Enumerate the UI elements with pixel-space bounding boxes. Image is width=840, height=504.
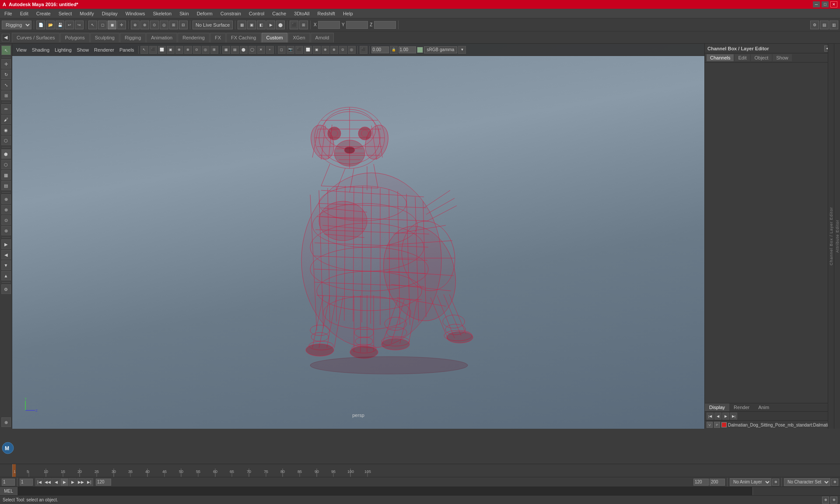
tab-custom[interactable]: Custom [262,33,288,42]
vp-lock-icon[interactable]: 🔒 [390,46,398,54]
pb-anim-icon[interactable]: ⊕ [772,479,779,486]
lt-transform-icon[interactable]: ⊞ [1,91,11,100]
menu-create[interactable]: Create [35,10,52,17]
cb-tab-show[interactable]: Show [773,54,792,61]
move-tool-icon[interactable]: ✛ [117,21,126,29]
x-input[interactable] [318,21,340,29]
vp-value1-input[interactable] [371,46,389,53]
lt-misc-icon-4[interactable]: ⊛ [1,226,11,235]
timeline[interactable]: 1 5 10 15 20 25 30 35 40 [0,464,840,477]
range-start-input[interactable] [20,479,33,486]
lc-prev-btn[interactable]: ◀ [714,413,721,420]
vp-icon-15[interactable]: ◻ [278,46,286,54]
lt-display-icon-1[interactable]: ⬢ [1,149,11,159]
lt-paint-icon[interactable]: ✏ [1,104,11,114]
vp-icon-4[interactable]: ⊕ [175,46,183,54]
lp-tab-anim[interactable]: Anim [754,403,774,411]
snap-icon-6[interactable]: ⊟ [179,21,188,29]
menu-control[interactable]: Control [247,10,266,17]
menu-select[interactable]: Select [57,10,74,17]
select-tool-icon[interactable]: ↖ [88,21,97,29]
menu-windows[interactable]: Windows [124,10,147,17]
vp-icon-22[interactable]: ⊙ [339,46,347,54]
lt-rotate-icon[interactable]: ↻ [1,70,11,79]
mode-dropdown[interactable]: Rigging [2,21,32,29]
cmd-input[interactable] [18,487,752,495]
tab-curves-surfaces[interactable]: Curves / Surfaces [12,33,60,42]
menu-cache[interactable]: Cache [270,10,288,17]
lt-misc-icon-9[interactable]: ⚙ [1,284,11,294]
lt-misc-icon-2[interactable]: ⊗ [1,205,11,214]
vp-icon-12[interactable]: ◯ [248,46,256,54]
vp-value2-input[interactable] [399,46,416,53]
panel-icon[interactable]: ▥ [830,21,838,29]
vp-icon-rotate[interactable]: ⬜ [158,46,166,54]
pb-step-back-btn[interactable]: ◀◀ [44,478,52,486]
redo-icon[interactable]: ↪ [75,21,84,29]
tab-animation[interactable]: Animation [146,33,177,42]
no-live-surface-button[interactable]: No Live Surface [192,21,233,29]
maximize-button[interactable]: □ [822,1,829,7]
lt-scale-icon[interactable]: ⤡ [1,80,11,90]
anim-layer-dropdown[interactable]: No Anim Layer [730,478,771,486]
menu-3dtall[interactable]: 3DtoAll [292,10,311,17]
z-input[interactable] [374,21,396,29]
render-icon-3[interactable]: ◧ [257,21,266,29]
vp-color-down-icon[interactable]: ▼ [458,46,466,54]
lt-cloth-icon[interactable]: ⬡ [1,136,11,145]
snap-icon-1[interactable]: ⊕ [131,21,140,29]
lc-first-btn[interactable]: |◀ [707,413,714,420]
render-icon-1[interactable]: ▦ [238,21,246,29]
menu-edit[interactable]: Edit [18,10,30,17]
menu-help[interactable]: Help [341,10,355,17]
select-active-icon[interactable]: ◼ [108,21,116,29]
menu-constrain[interactable]: Constrain [219,10,243,17]
timeline-ruler[interactable]: 1 5 10 15 20 25 30 35 40 [12,464,838,477]
lt-sculpt-icon[interactable]: ◉ [1,125,11,135]
menu-deform[interactable]: Deform [195,10,214,17]
vp-icon-14[interactable]: + [266,46,274,54]
lt-move-icon[interactable]: ✛ [1,59,11,69]
current-frame-input[interactable] [2,479,15,486]
menu-display[interactable]: Display [100,10,119,17]
new-file-icon[interactable]: 📄 [36,21,45,29]
settings-icon[interactable]: ⚙ [810,21,819,29]
snap-icon-2[interactable]: ⊗ [140,21,149,29]
vp-icon-18[interactable]: ⬜ [304,46,312,54]
tab-fx-caching[interactable]: FX Caching [226,33,261,42]
close-button[interactable]: ✕ [830,1,837,7]
vp-icon-20[interactable]: ⊕ [322,46,329,54]
range-end-right-input[interactable] [693,479,709,486]
lasso-tool-icon[interactable]: ◻ [98,21,107,29]
pb-step-fwd-btn[interactable]: ▶▶ [77,478,85,486]
lt-misc-icon-8[interactable]: ▲ [1,271,11,280]
lt-select-icon[interactable]: ↖ [1,46,11,55]
menu-modify[interactable]: Modify [78,10,95,17]
tab-rendering[interactable]: Rendering [178,33,210,42]
vp-icon-8[interactable]: ⊞ [210,46,218,54]
vp-icon-23[interactable]: ◎ [348,46,356,54]
lt-misc-icon-5[interactable]: ▶ [1,239,11,249]
snap-icon-3[interactable]: ⊙ [150,21,159,29]
tab-rigging[interactable]: Rigging [120,33,146,42]
lt-misc-icon-7[interactable]: ▼ [1,260,11,270]
pb-play-btn[interactable]: ▶ [60,478,68,486]
tab-fx[interactable]: FX [210,33,226,42]
menu-redshift[interactable]: Redshift [316,10,337,17]
vp-icon-21[interactable]: ⊗ [330,46,338,54]
3d-viewport[interactable]: View Shading Lighting Show Renderer Pane… [12,44,704,429]
vp-icon-17[interactable]: ⬛ [295,46,303,54]
vp-color-mode[interactable]: sRGB gamma [424,46,458,53]
vp-icon-camera[interactable]: 📷 [287,46,294,54]
vp-icon-11[interactable]: ⬤ [240,46,248,54]
status-icon-2[interactable]: ⊗ [830,497,837,504]
menu-skin[interactable]: Skin [178,10,190,17]
vp-icon-10[interactable]: ▤ [231,46,239,54]
save-file-icon[interactable]: 💾 [56,21,64,29]
pb-go-start-btn[interactable]: |◀ [35,478,43,486]
lt-display-icon-3[interactable]: ▦ [1,170,11,180]
range-end-left-input[interactable] [96,479,111,486]
tab-sculpting[interactable]: Sculpting [90,33,119,42]
render-icon-5[interactable]: ⬤ [276,21,285,29]
lt-misc-icon-1[interactable]: ⊕ [1,194,11,204]
